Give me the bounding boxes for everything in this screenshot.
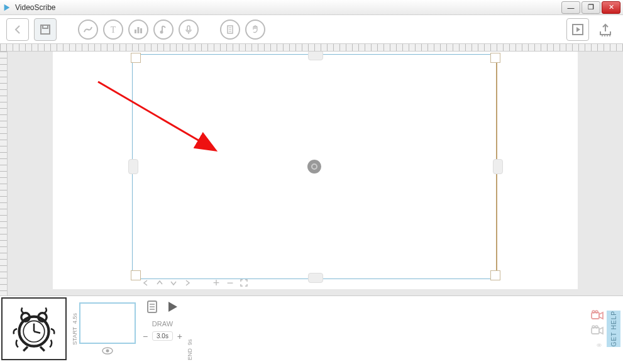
chart-icon (133, 25, 143, 35)
resize-handle-bottom-left[interactable] (131, 270, 141, 280)
svg-marker-33 (599, 312, 603, 319)
music-icon (158, 25, 168, 35)
export-button[interactable] (594, 18, 617, 41)
timeline-eye-icon[interactable] (592, 340, 607, 350)
canvas-nav-row: + − (141, 277, 249, 289)
resize-handle-top-left[interactable] (131, 53, 141, 63)
add-music-button[interactable] (153, 19, 174, 40)
timeline: START 4.5s DRAW − 3.0s + END 9s (0, 295, 623, 361)
play-icon (571, 23, 584, 36)
svg-rect-32 (592, 312, 599, 319)
drag-handle-left[interactable] (128, 159, 138, 174)
svg-point-26 (106, 350, 109, 353)
svg-marker-37 (599, 328, 603, 334)
add-voiceover-button[interactable] (179, 19, 199, 40)
save-icon (39, 23, 52, 36)
app-icon (3, 3, 11, 12)
export-icon (598, 23, 612, 36)
svg-point-35 (595, 311, 598, 313)
get-help-button[interactable]: GET HELP (607, 311, 620, 346)
paper-icon (225, 25, 235, 35)
svg-point-7 (160, 30, 163, 33)
nav-down-button[interactable] (168, 278, 179, 288)
hand-icon (250, 25, 260, 35)
svg-line-20 (34, 331, 40, 333)
window-close-button[interactable]: ✕ (602, 1, 620, 14)
stage-background: + − (53, 52, 578, 289)
add-chart-button[interactable] (128, 19, 148, 40)
text-icon: T (108, 25, 118, 35)
duration-increase-button[interactable]: + (175, 332, 184, 341)
hand-options-button[interactable] (245, 19, 265, 40)
timeline-selected-frame: START 4.5s (70, 297, 136, 360)
camera-record-icon[interactable] (590, 310, 604, 321)
svg-rect-5 (138, 27, 140, 33)
ruler-horizontal (0, 44, 623, 52)
svg-rect-2 (43, 25, 48, 28)
play-icon (165, 300, 179, 314)
nav-first-button[interactable] (141, 278, 151, 288)
window-titlebar: VideoScribe — ❐ ✕ (0, 0, 623, 15)
nav-next-button[interactable] (182, 278, 192, 288)
zoom-fit-button[interactable] (239, 278, 249, 288)
timeline-end-label: END 9s (185, 296, 194, 361)
svg-line-23 (23, 347, 28, 351)
clock-icon (8, 302, 60, 355)
window-title: VideoScribe (15, 3, 560, 12)
drag-handle-top[interactable] (308, 52, 323, 60)
camera-icon[interactable] (590, 325, 604, 336)
timeline-start-label: START 4.5s (70, 312, 79, 346)
stage-viewport[interactable]: + − (8, 52, 623, 295)
add-image-button[interactable] (78, 19, 98, 40)
back-button[interactable] (6, 18, 29, 41)
add-text-button[interactable]: T (103, 19, 123, 40)
window-minimize-button[interactable]: — (561, 1, 580, 14)
properties-icon (145, 300, 159, 314)
resize-handle-bottom-right[interactable] (490, 270, 500, 280)
svg-point-39 (595, 326, 598, 328)
selection-frame (132, 54, 499, 279)
element-play-button[interactable] (165, 300, 179, 316)
zoom-out-button[interactable]: − (225, 278, 235, 288)
visibility-eye-icon[interactable] (101, 346, 114, 355)
canvas-area: + − (0, 44, 623, 295)
draw-mode-label: DRAW (152, 320, 173, 328)
save-button[interactable] (34, 18, 57, 41)
svg-marker-0 (4, 4, 10, 11)
record-controls (588, 307, 607, 339)
image-icon (83, 25, 93, 35)
svg-point-34 (592, 311, 595, 313)
drag-handle-right[interactable] (493, 159, 503, 174)
paper-options-button[interactable] (220, 19, 240, 40)
timeline-element-controls: DRAW − 3.0s + (138, 296, 187, 361)
timeline-frame-preview[interactable] (79, 302, 136, 344)
timeline-element-thumbnail[interactable] (1, 297, 67, 360)
svg-line-24 (40, 347, 45, 351)
preview-button[interactable] (566, 18, 589, 41)
mic-icon (184, 25, 194, 35)
main-toolbar: T (0, 15, 623, 44)
chevron-left-icon (12, 24, 23, 35)
zoom-in-button[interactable]: + (211, 278, 221, 288)
svg-point-41 (598, 345, 600, 346)
svg-marker-31 (168, 302, 177, 312)
duration-value[interactable]: 3.0s (152, 331, 173, 341)
resize-handle-top-right[interactable] (490, 53, 500, 63)
nav-up-button[interactable] (155, 278, 165, 288)
ruler-vertical (0, 52, 8, 295)
element-properties-button[interactable] (145, 300, 159, 316)
svg-rect-4 (135, 30, 136, 33)
drag-handle-bottom[interactable] (308, 273, 323, 283)
svg-point-38 (592, 326, 595, 328)
svg-rect-8 (187, 26, 190, 31)
duration-decrease-button[interactable]: − (141, 332, 150, 341)
window-maximize-button[interactable]: ❐ (582, 1, 600, 14)
svg-rect-6 (140, 28, 142, 33)
svg-marker-14 (576, 27, 580, 32)
svg-rect-36 (592, 328, 599, 334)
svg-text:T: T (111, 25, 116, 35)
